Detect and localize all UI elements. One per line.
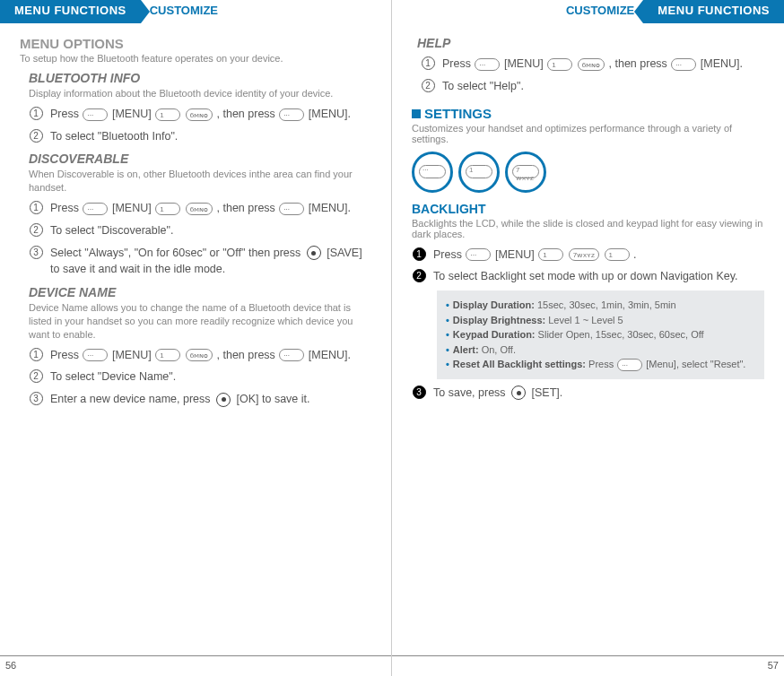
section-marker-icon [412,109,421,118]
step-3-icon: 3 [30,392,43,405]
step-2-icon: 2 [30,129,43,143]
softkey-icon [279,108,304,121]
step-2-icon: 2 [30,369,43,383]
help-step-2-text: To select "Help". [442,78,764,95]
step-3-icon: 3 [413,386,426,399]
ribbon-menu-functions: MENU FUNCTIONS [0,0,141,23]
help-step-1-text: Press [MENU] 1 6ᴍɴᴏ , then press [MENU]. [442,56,764,73]
menu-options-desc: To setup how the Bluetooth feature opera… [20,53,371,64]
backlight-heading: BACKLIGHT [412,202,764,216]
key-1-icon: 1 [605,248,630,261]
bl-step-3-text: To save, press [SET]. [433,385,764,402]
softkey-icon [279,203,304,215]
settings-heading: SETTINGS [412,106,764,121]
center-key-icon [511,386,526,400]
step-1-icon: 1 [30,348,43,361]
discoverable-heading: DISCOVERABLE [29,152,371,166]
softkey-icon [83,349,108,361]
help-heading: HELP [417,36,764,50]
ribbon-menu-functions: MENU FUNCTIONS [643,0,784,23]
softkey-icon [279,349,304,361]
key-sequence: ··· 1 7 ᴡxʏz [412,152,764,193]
step-3-icon: 3 [30,246,43,259]
key-7-icon: 7 ᴡxʏz [505,152,546,193]
step-2-icon: 2 [413,269,426,282]
step-2-icon: 2 [30,223,43,237]
dn-step-3-text: Enter a new device name, press [OK] to s… [50,391,371,408]
dn-step-2: 2 To select "Device Name". [29,368,371,386]
bl-step-2-text: To select Backlight set mode with up or … [433,268,764,285]
bluetooth-info-desc: Display information about the Bluetooth … [29,87,371,100]
step-1-icon: 1 [30,201,43,214]
key-1-icon: 1 [538,248,563,261]
step-1-icon: 1 [422,56,435,70]
dn-step-2-text: To select "Device Name". [50,368,371,386]
help-step-1: 1 Press [MENU] 1 6ᴍɴᴏ , then press [MENU… [421,56,764,73]
help-step-2: 2 To select "Help". [421,78,764,95]
header-ribbon-right: CUSTOMIZE MENU FUNCTIONS [412,0,784,23]
softkey-icon [475,58,500,71]
step-1-icon: 1 [30,107,43,120]
softkey-icon [671,58,696,71]
bt-step-1: 1 Press [MENU] 1 6ᴍɴᴏ , then press [MENU… [29,106,371,123]
disc-step-3: 3 Select "Always", "On for 60sec" or "Of… [29,245,371,279]
bt-step-2-text: To select "Bluetooth Info". [50,128,371,145]
key-7-icon: 7ᴡxʏz [569,248,599,261]
backlight-desc: Backlights the LCD, while the slide is c… [412,218,764,239]
page-57: CUSTOMIZE MENU FUNCTIONS HELP 1 Press [M… [392,0,784,676]
key-1-icon: 1 [155,349,180,361]
disc-step-1-text: Press [MENU] 1 6ᴍɴᴏ , then press [MENU]. [50,200,371,217]
disc-step-2-text: To select "Discoverable". [50,222,371,239]
footer-rule [392,655,784,656]
key-1-icon: 1 [547,58,572,71]
step-2-icon: 2 [422,79,435,92]
key-6-icon: 6ᴍɴᴏ [186,108,213,121]
disc-step-3-text: Select "Always", "On for 60sec" or "Off"… [50,245,371,279]
center-key-icon [307,246,321,260]
softkey-icon [617,359,642,371]
dn-step-1-text: Press [MENU] 1 6ᴍɴᴏ , then press [MENU]. [50,347,371,364]
page-number-56: 56 [5,660,16,671]
menu-options-heading: MENU OPTIONS [20,36,371,51]
bt-step-2: 2 To select "Bluetooth Info". [29,128,371,145]
settings-desc: Customizes your handset and optimizes pe… [412,123,764,144]
dn-step-1: 1 Press [MENU] 1 6ᴍɴᴏ , then press [MENU… [29,347,371,364]
dn-step-3: 3 Enter a new device name, press [OK] to… [29,391,371,408]
disc-step-2: 2 To select "Discoverable". [29,222,371,239]
device-name-desc: Device Name allows you to change the nam… [29,301,371,342]
key-6-icon: 6ᴍɴᴏ [186,349,213,361]
key-1-icon: 1 [155,203,180,215]
bl-step-1: 1 Press [MENU] 1 7ᴡxʏz 1 . [412,247,764,264]
key-1-icon: 1 [458,152,500,193]
backlight-options-box: •Display Duration: 15sec, 30sec, 1min, 3… [437,290,764,379]
page-number-57: 57 [768,660,779,671]
softkey-icon [83,108,108,121]
bl-step-2: 2 To select Backlight set mode with up o… [412,268,764,285]
key-softkey-icon: ··· [412,152,453,193]
breadcrumb-customize: CUSTOMIZE [141,0,227,23]
step-1-icon: 1 [413,247,426,261]
softkey-icon [83,203,108,215]
bl-step-3: 3 To save, press [SET]. [412,385,764,402]
key-6-icon: 6ᴍɴᴏ [578,58,605,71]
softkey-icon [466,248,491,261]
footer-rule [0,655,391,656]
disc-step-1: 1 Press [MENU] 1 6ᴍɴᴏ , then press [MENU… [29,200,371,217]
breadcrumb-customize: CUSTOMIZE [557,0,643,23]
key-1-icon: 1 [155,108,180,121]
bt-step-1-text: Press [MENU] 1 6ᴍɴᴏ , then press [MENU]. [50,106,371,123]
key-6-icon: 6ᴍɴᴏ [186,203,213,215]
device-name-heading: DEVICE NAME [29,285,371,299]
discoverable-desc: When Discoverable is on, other Bluetooth… [29,168,371,195]
bl-step-1-text: Press [MENU] 1 7ᴡxʏz 1 . [433,247,764,264]
center-key-icon [216,393,231,407]
bluetooth-info-heading: BLUETOOTH INFO [29,71,371,85]
header-ribbon-left: MENU FUNCTIONS CUSTOMIZE [0,0,371,23]
page-56: MENU FUNCTIONS CUSTOMIZE MENU OPTIONS To… [0,0,392,676]
